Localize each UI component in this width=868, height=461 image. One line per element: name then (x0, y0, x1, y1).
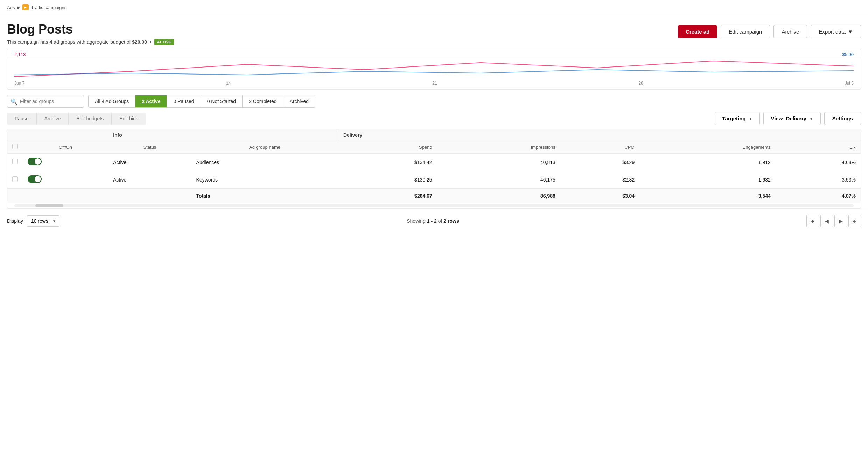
row1-impressions: 40,813 (437, 154, 560, 171)
tab-completed[interactable]: 2 Completed (243, 95, 283, 107)
delivery-header: Delivery (338, 129, 861, 141)
page-header: Blog Posts This campaign has 4 ad groups… (0, 15, 868, 49)
totals-label: Totals (191, 189, 338, 203)
row1-toggle[interactable] (28, 158, 42, 165)
row2-er: 3.53% (776, 171, 861, 189)
ad-group-name-col-header: Ad group name (191, 141, 338, 154)
select-all-checkbox[interactable] (12, 144, 18, 149)
edit-budgets-button[interactable]: Edit budgets (69, 113, 112, 125)
engagements-col-header: Engagements (639, 141, 776, 154)
showing-text: Showing 1 - 2 of 2 rows (407, 218, 459, 224)
table-col-headers: Off/On Status Ad group name Spend Impres… (7, 141, 861, 154)
off-on-col-header: Off/On (23, 141, 108, 154)
next-page-button[interactable]: ▶ (834, 215, 847, 227)
row1-status: Active (108, 154, 191, 171)
chart-label-4: 28 (638, 81, 643, 86)
first-page-button[interactable]: ⏮ (806, 215, 819, 227)
checkbox-col-header (7, 141, 23, 154)
export-data-button[interactable]: Export data ▼ (811, 25, 861, 38)
pagination: ⏮ ◀ ▶ ⏭ (806, 215, 861, 227)
tab-archived[interactable]: Archived (284, 95, 315, 107)
action-bar: Pause Archive Edit budgets Edit bids Tar… (0, 108, 868, 129)
view-delivery-dropdown[interactable]: View: Delivery ▼ (763, 112, 820, 125)
table-row: Active Keywords $130.25 46,175 $2.82 1,6… (7, 171, 861, 189)
display-label: Display (7, 218, 23, 224)
status-badge: ACTIVE (154, 39, 174, 45)
chart-label-1: Jun 7 (14, 81, 24, 86)
chevron-down-icon: ▼ (749, 116, 753, 121)
chart-values: 2,113 $5.00 (14, 49, 854, 57)
chart-label-3: 21 (432, 81, 437, 86)
row2-toggle-cell (23, 171, 108, 189)
settings-button[interactable]: Settings (824, 112, 861, 125)
display-rows: Display 10 rows (7, 215, 59, 227)
scroll-thumb[interactable] (35, 204, 63, 207)
totals-cpm: $3.04 (560, 189, 639, 203)
status-col-header: Status (108, 141, 191, 154)
er-col-header: ER (776, 141, 861, 154)
rows-select-wrap: 10 rows (27, 215, 59, 227)
archive-action-button[interactable]: Archive (37, 113, 69, 125)
row2-toggle[interactable] (28, 175, 42, 183)
rows-select[interactable]: 10 rows (27, 215, 59, 227)
search-input[interactable] (7, 95, 84, 108)
breadcrumb-campaign: Traffic campaigns (31, 5, 66, 10)
row2-checkbox-cell (7, 171, 23, 189)
row1-name[interactable]: Audiences (191, 154, 338, 171)
chevron-down-icon: ▼ (809, 116, 813, 121)
tab-active[interactable]: 2 Active (135, 95, 167, 107)
impressions-col-header: Impressions (437, 141, 560, 154)
row2-status: Active (108, 171, 191, 189)
pause-button[interactable]: Pause (7, 113, 37, 125)
edit-campaign-button[interactable]: Edit campaign (721, 25, 770, 38)
row2-checkbox[interactable] (12, 176, 18, 182)
row1-checkbox[interactable] (12, 159, 18, 164)
totals-row: Totals $264.67 86,988 $3.04 3,544 4.07% (7, 189, 861, 203)
traffic-campaign-icon (22, 4, 29, 10)
row1-toggle-cell (23, 154, 108, 171)
prev-page-button[interactable]: ◀ (820, 215, 833, 227)
row2-impressions: 46,175 (437, 171, 560, 189)
chart-left-value: 2,113 (14, 52, 26, 57)
create-ad-button[interactable]: Create ad (678, 25, 717, 38)
chart-labels: Jun 7 14 21 28 Jul 5 (14, 79, 854, 86)
breadcrumb-ads-link[interactable]: Ads (7, 5, 15, 10)
ad-groups-table: Info Delivery Off/On Status Ad group nam… (7, 129, 861, 203)
chart-svg (14, 57, 854, 78)
row2-spend: $130.25 (338, 171, 437, 189)
chevron-down-icon: ▼ (848, 29, 853, 35)
totals-impressions: 86,988 (437, 189, 560, 203)
archive-button[interactable]: Archive (774, 25, 807, 38)
filter-row: 🔍 All 4 Ad Groups 2 Active 0 Paused 0 No… (7, 95, 861, 108)
row1-er: 4.68% (776, 154, 861, 171)
search-icon: 🔍 (10, 98, 18, 105)
breadcrumb: Ads ▶ Traffic campaigns (0, 0, 868, 15)
totals-spend: $264.67 (338, 189, 437, 203)
edit-bids-button[interactable]: Edit bids (112, 113, 146, 125)
subtitle-text: This campaign has 4 ad groups with aggre… (7, 39, 152, 45)
row2-name[interactable]: Keywords (191, 171, 338, 189)
chart-right-value: $5.00 (842, 52, 854, 57)
tab-paused[interactable]: 0 Paused (167, 95, 201, 107)
table-wrap: Info Delivery Off/On Status Ad group nam… (7, 129, 861, 209)
tab-group: All 4 Ad Groups 2 Active 0 Paused 0 Not … (88, 95, 315, 108)
info-header: Info (108, 129, 338, 141)
row1-spend: $134.42 (338, 154, 437, 171)
totals-engagements: 3,544 (639, 189, 776, 203)
last-page-button[interactable]: ⏭ (848, 215, 861, 227)
filter-section: 🔍 All 4 Ad Groups 2 Active 0 Paused 0 No… (0, 90, 868, 108)
tab-all-ad-groups[interactable]: All 4 Ad Groups (89, 95, 135, 107)
tab-not-started[interactable]: 0 Not Started (201, 95, 243, 107)
row1-checkbox-cell (7, 154, 23, 171)
campaign-subtitle: This campaign has 4 ad groups with aggre… (7, 39, 174, 45)
row1-cpm: $3.29 (560, 154, 639, 171)
header-left: Blog Posts This campaign has 4 ad groups… (7, 22, 174, 45)
row1-engagements: 1,912 (639, 154, 776, 171)
row2-cpm: $2.82 (560, 171, 639, 189)
table-body: Active Audiences $134.42 40,813 $3.29 1,… (7, 154, 861, 203)
totals-er: 4.07% (776, 189, 861, 203)
chart-label-5: Jul 5 (845, 81, 854, 86)
targeting-dropdown[interactable]: Targeting ▼ (715, 112, 760, 125)
chart-area: 2,113 $5.00 Jun 7 14 21 28 Jul 5 (7, 49, 861, 90)
table-row: Active Audiences $134.42 40,813 $3.29 1,… (7, 154, 861, 171)
